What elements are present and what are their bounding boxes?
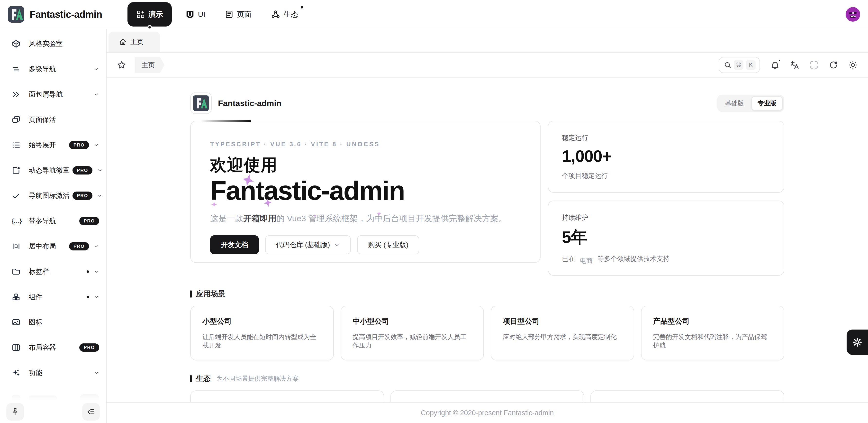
- sun-icon: [848, 60, 858, 70]
- edition-basic[interactable]: 基础版: [719, 96, 750, 111]
- sidebar-item-centered-layout[interactable]: 居中布局 PRO: [0, 234, 106, 259]
- sidebar-menu: 风格实验室 多级导航 面包屑导航 页面保活 始终展开: [0, 29, 106, 411]
- section-title: 生态: [196, 373, 211, 384]
- favorite-button[interactable]: [113, 57, 130, 73]
- sidebar-item-components[interactable]: 组件: [0, 284, 106, 310]
- pro-badge: PRO: [69, 141, 89, 149]
- sidebar-item-always-expand[interactable]: 始终展开 PRO: [0, 132, 106, 158]
- brand[interactable]: Fantastic-admin: [8, 6, 102, 23]
- braces-icon: {…}: [12, 217, 21, 225]
- sidebar-item-label: 布局容器: [29, 343, 56, 352]
- language-button[interactable]: [786, 57, 803, 73]
- page-title: Fantastic-admin: [218, 98, 281, 108]
- sidebar-item-label: 风格实验室: [29, 39, 63, 49]
- docs-button[interactable]: 开发文档: [210, 235, 259, 254]
- pro-badge: PRO: [79, 217, 99, 225]
- sidebar-item-dynamic-badge[interactable]: 动态导航徽章 PRO: [0, 158, 106, 183]
- sidebar-item-style-lab[interactable]: 风格实验室: [0, 31, 106, 57]
- user-avatar[interactable]: [846, 7, 860, 22]
- sidebar-item-icon-active[interactable]: 导航图标激活 PRO: [0, 183, 106, 208]
- chevron-down-icon: [93, 142, 99, 148]
- chevrons-right-icon: [12, 90, 21, 99]
- page-window-icon: [225, 10, 234, 19]
- nav-item-ecosystem[interactable]: 生态: [265, 2, 304, 27]
- sparkle-icon: [211, 202, 217, 207]
- sparkle-icon: [377, 211, 381, 216]
- page-logo: [190, 92, 212, 114]
- repo-button-label: 代码仓库 (基础版): [276, 240, 330, 249]
- scenario-card-project[interactable]: 项目型公司 应对绝大部分甲方需求，实现高度定制化: [491, 306, 634, 360]
- sidebar-item-label: 标签栏: [29, 267, 49, 276]
- sidebar-item-label: 居中布局: [29, 242, 56, 251]
- pin-icon: [11, 408, 19, 416]
- badge-dot-icon: [12, 166, 21, 175]
- sidebar-item-breadcrumb-nav[interactable]: 面包屑导航: [0, 82, 106, 107]
- image-icon: [12, 318, 21, 327]
- toolbar: 主页 ⌘ K: [106, 53, 868, 78]
- notifications-button[interactable]: [767, 57, 783, 73]
- scenario-title: 小型公司: [203, 316, 321, 326]
- repo-button[interactable]: 代码仓库 (基础版): [265, 235, 351, 254]
- scenario-card-product[interactable]: 产品型公司 完善的开发文档和代码注释，为产品保驾护航: [641, 306, 784, 360]
- search-button[interactable]: ⌘ K: [719, 57, 760, 73]
- tab-bar: 主页: [106, 29, 868, 53]
- stat-label: 稳定运行: [562, 133, 770, 142]
- cube-dice-icon: [12, 39, 21, 48]
- nav-item-label: 页面: [237, 9, 252, 20]
- sidebar-item-layout-container[interactable]: 布局容器 PRO: [0, 335, 106, 360]
- fullscreen-button[interactable]: [806, 57, 822, 73]
- settings-panel-button[interactable]: [846, 330, 868, 355]
- breadcrumb[interactable]: 主页: [135, 57, 164, 73]
- scenario-card-small[interactable]: 小型公司 让后端开发人员能在短时间内转型成为全栈开发: [190, 306, 334, 360]
- stat-card-stable: 稳定运行 1,000+ 个项目稳定运行: [548, 121, 784, 193]
- edition-pro[interactable]: 专业版: [751, 96, 783, 111]
- collapse-icon: [87, 408, 95, 416]
- main-content: Fantastic-admin 基础版 专业版 TYPESCRIPT · VUE…: [106, 78, 868, 423]
- scenario-title: 项目型公司: [503, 316, 622, 326]
- main-nav: 演示 UI 页面 生态: [127, 2, 304, 27]
- pro-badge: PRO: [69, 242, 89, 250]
- chevron-down-icon: [93, 243, 99, 249]
- sidebar-item-label: 组件: [29, 292, 42, 302]
- theme-toggle-button[interactable]: [845, 57, 861, 73]
- sidebar-item-label: 带参导航: [29, 216, 56, 225]
- nav-item-ui[interactable]: UI: [180, 2, 211, 27]
- welcome-greeting: 欢迎使用: [210, 154, 521, 176]
- stat-card-maintain: 持续维护 5年 已在电商等多个领域提供技术支持: [548, 201, 784, 276]
- chevron-down-icon: [97, 168, 103, 173]
- breadcrumb-label: 主页: [142, 61, 155, 69]
- collapse-sidebar-button[interactable]: [82, 403, 100, 421]
- search-icon: [724, 61, 731, 69]
- chevron-down-icon: [93, 66, 99, 72]
- sidebar: 风格实验室 多级导航 面包屑导航 页面保活 始终展开: [0, 29, 106, 423]
- sidebar-item-tabbar[interactable]: 标签栏: [0, 259, 106, 284]
- buy-button[interactable]: 购买 (专业版): [357, 235, 419, 254]
- pin-sidebar-button[interactable]: [6, 403, 24, 421]
- brand-name: Fantastic-admin: [30, 9, 102, 20]
- sidebar-item-features[interactable]: 功能: [0, 360, 106, 386]
- avatar-face-icon: [846, 7, 860, 22]
- columns-icon: [12, 343, 21, 352]
- section-bar: [190, 290, 192, 298]
- fullscreen-icon: [809, 60, 818, 70]
- ui-shield-icon: [185, 10, 195, 19]
- footer: Copyright © 2020-present Fantastic-admin: [106, 402, 868, 423]
- active-indicator-dot: [148, 25, 152, 29]
- notification-dot: [301, 6, 303, 8]
- scenario-card-smb[interactable]: 中小型公司 提高项目开发效率，减轻前端开发人员工作压力: [341, 306, 484, 360]
- nav-item-label: 生态: [284, 9, 298, 20]
- brand-logo-icon: [8, 6, 24, 23]
- sidebar-item-multi-level-nav[interactable]: 多级导航: [0, 57, 106, 82]
- nav-item-demo[interactable]: 演示: [127, 2, 172, 27]
- tab-home[interactable]: 主页: [108, 32, 160, 52]
- sidebar-item-icons[interactable]: 图标: [0, 310, 106, 335]
- center-layout-icon: [12, 242, 21, 251]
- chevron-down-icon: [93, 370, 99, 376]
- reload-button[interactable]: [825, 57, 842, 73]
- sparkle-icon: [263, 198, 273, 207]
- sidebar-item-keep-alive[interactable]: 页面保活: [0, 107, 106, 132]
- nav-item-pages[interactable]: 页面: [219, 2, 257, 27]
- welcome-card: TYPESCRIPT · VUE 3.6 · VITE 8 · UNOCSS 欢…: [190, 121, 540, 263]
- section-title: 应用场景: [196, 289, 225, 299]
- sidebar-item-params-nav[interactable]: {…} 带参导航 PRO: [0, 208, 106, 234]
